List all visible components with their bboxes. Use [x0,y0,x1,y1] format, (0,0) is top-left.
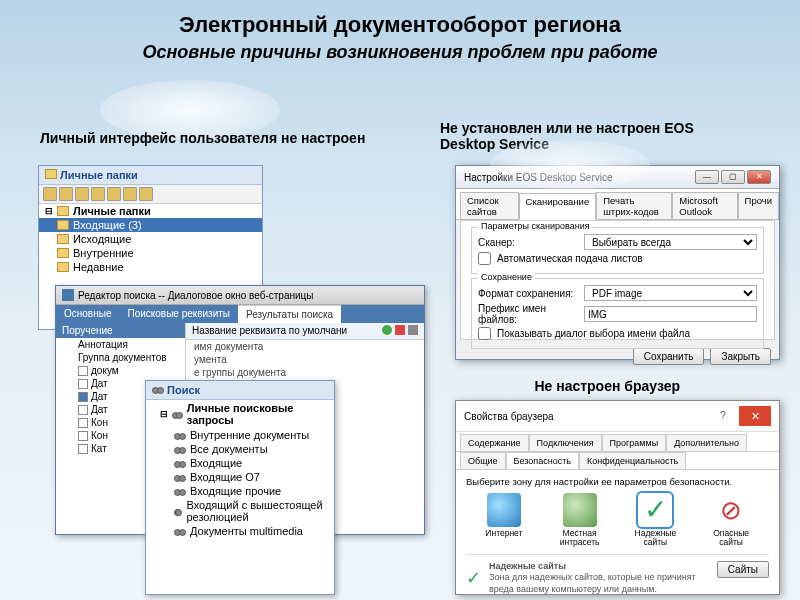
list-item[interactable]: умента [186,353,424,366]
label: Все документы [190,443,268,455]
toolbar-icon[interactable] [59,187,73,201]
tab-advanced[interactable]: Дополнительно [666,434,747,451]
minimize-button[interactable]: — [695,170,719,184]
checkbox-icon[interactable] [78,431,88,441]
tab-other[interactable]: Прочи [738,192,779,219]
zone-label: Опасные сайты [701,529,761,548]
binoculars-icon [152,384,164,394]
zone-restricted[interactable]: ⊘Опасные сайты [701,493,761,548]
label: Группа документов [78,352,167,363]
item-label: Входящие (3) [73,219,142,231]
tree-item[interactable]: Группа документов [56,351,185,364]
search-item[interactable]: Документы multimedia [146,524,334,538]
tree-item[interactable]: докум [56,364,185,377]
list-item[interactable]: имя документа [186,340,424,353]
folder-icon [57,248,69,258]
dialog-title-text: Редактор поиска -- Диалоговое окно веб-с… [78,290,314,301]
toolbar-icon[interactable] [91,187,105,201]
desc-text: Зона для надежных сайтов, которые не при… [489,572,696,594]
zone-trusted[interactable]: ✓Надежные сайты [625,493,685,548]
sites-button[interactable]: Сайты [717,561,769,578]
folder-icon [57,220,69,230]
tab-barcode[interactable]: Печать штрих-кодов [596,192,672,219]
tabs: Список сайтов Сканирование Печать штрих-… [456,189,779,220]
toolbar-icon[interactable] [123,187,137,201]
tree-item[interactable]: Аннотация [56,338,185,351]
right-toolbar: Название реквизита по умолчани [186,323,424,340]
tab-connections[interactable]: Подключения [529,434,602,451]
binoculars-icon [174,430,186,440]
tree-item-inbox[interactable]: Входящие (3) [39,218,262,232]
tab-main[interactable]: Основные [56,305,119,323]
help-button[interactable]: ? [707,406,739,426]
checkmark-icon: ✓ [638,493,672,527]
search-item[interactable]: Внутренние документы [146,428,334,442]
close-button[interactable]: Закрыть [710,348,771,365]
search-item[interactable]: Все документы [146,442,334,456]
checkbox-icon[interactable] [78,444,88,454]
label: Кон [91,430,108,441]
tree-item-outgoing[interactable]: Исходящие [39,232,262,246]
panel-header: Поиск [146,381,334,400]
close-button[interactable]: ✕ [739,406,771,426]
zone-label: Надежные сайты [625,529,685,548]
toolbar-icon[interactable] [75,187,89,201]
tab-programs[interactable]: Программы [602,434,667,451]
remove-icon[interactable] [395,325,405,335]
tabs-row1: Содержание Подключения Программы Дополни… [456,432,779,452]
zone-label: Местная интрасеть [550,529,610,548]
search-item[interactable]: Входящие [146,456,334,470]
tree-item-internal[interactable]: Внутренние [39,246,262,260]
caption-eos: Не установлен или не настроен EOS Deskto… [440,120,740,152]
tab-results[interactable]: Результаты поиска [238,305,341,323]
search-item[interactable]: Входящие О7 [146,470,334,484]
tree-root[interactable]: ⊟ Личные папки [39,204,262,218]
binoculars-icon [174,458,186,468]
tab-scanning[interactable]: Сканирование [519,193,597,220]
save-button[interactable]: Сохранить [633,348,705,365]
toolbar-icon[interactable] [139,187,153,201]
tab-security[interactable]: Безопасность [506,452,579,469]
search-item[interactable]: Входящий с вышестоящей резолюцией [146,498,334,524]
zone-intranet[interactable]: Местная интрасеть [550,493,610,548]
tab-outlook[interactable]: Microsoft Outlook [672,192,737,219]
checkbox-icon[interactable] [78,392,88,402]
label: Внутренние документы [190,429,309,441]
tab-content[interactable]: Содержание [460,434,529,451]
tree-item-recent[interactable]: Недавние [39,260,262,274]
show-dialog-checkbox[interactable] [478,327,491,340]
close-button[interactable]: ✕ [747,170,771,184]
left-header: Поручение [56,323,185,338]
tab-sites[interactable]: Список сайтов [460,192,519,219]
tab-search-props[interactable]: Поисковые реквизиты [119,305,238,323]
tab-general[interactable]: Общие [460,452,506,469]
group-label: Личные поисковые запросы [187,402,328,426]
tab-body: Параметры сканирования Сканер: Выбирать … [460,220,775,340]
search-requests-panel: Поиск ⊟ Личные поисковые запросы Внутрен… [145,380,335,595]
search-item[interactable]: Входящие прочие [146,484,334,498]
scanner-select[interactable]: Выбирать всегда [584,234,757,250]
label: Входящие [190,457,242,469]
maximize-button[interactable]: ▢ [721,170,745,184]
list-item[interactable]: е группы документа [186,366,424,379]
app-icon [62,289,74,301]
toolbar-icon[interactable] [43,187,57,201]
show-dialog-label: Показывать диалог выбора имени файла [497,328,690,339]
config-icon[interactable] [408,325,418,335]
checkbox-icon[interactable] [78,366,88,376]
zone-internet[interactable]: Интернет [474,493,534,548]
checkbox-icon[interactable] [78,405,88,415]
checkbox-icon[interactable] [78,418,88,428]
eos-settings-dialog: Настройки EOS Desktop Service — ▢ ✕ Спис… [455,165,780,360]
prefix-input[interactable] [584,306,757,322]
add-icon[interactable] [382,325,392,335]
auto-feed-checkbox[interactable] [478,252,491,265]
slide-subtitle: Основные причины возникновения проблем п… [0,42,800,63]
binoculars-icon [174,526,186,536]
checkbox-icon[interactable] [78,379,88,389]
fieldset-scan: Параметры сканирования Сканер: Выбирать … [471,227,764,274]
tab-privacy[interactable]: Конфиденциальность [579,452,686,469]
tree-group[interactable]: ⊟ Личные поисковые запросы [146,400,334,428]
format-select[interactable]: PDF image [584,285,757,301]
toolbar-icon[interactable] [107,187,121,201]
